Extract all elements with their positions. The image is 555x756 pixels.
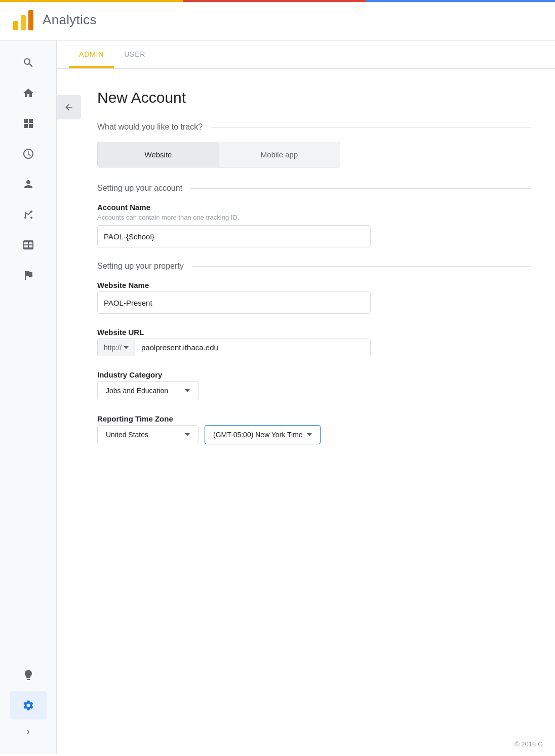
analytics-logo-icon [10,7,36,33]
account-name-input[interactable] [97,225,371,247]
svg-rect-1 [21,15,26,30]
url-input[interactable] [135,339,370,356]
app-layout: › ADMIN USER New Account What would you … [0,40,555,754]
home-icon [22,87,34,99]
track-toggle: Website Mobile app [97,142,340,167]
table-icon [22,239,34,251]
svg-point-3 [24,217,26,219]
sidebar-item-admin[interactable] [10,691,47,720]
back-button[interactable] [57,95,81,119]
website-url-group: Website URL http:// [97,328,531,356]
footer-copyright: © 2018 G [514,740,543,748]
sidebar-item-audience[interactable] [10,170,47,198]
sidebar-item-reports[interactable] [10,140,47,168]
url-protocol-text: http:// [104,344,122,352]
country-select[interactable]: United States [97,425,199,444]
main-area: ADMIN USER New Account What would you li… [57,40,555,754]
sidebar-item-acquisition[interactable] [10,200,47,229]
back-arrow-icon [64,102,74,112]
account-name-group: Account Name Accounts can contain more t… [97,203,531,247]
account-header-line [190,188,531,189]
svg-rect-2 [28,10,33,30]
account-section-header: Setting up your account [97,184,531,193]
person-icon [22,178,34,190]
clock-icon [22,148,34,160]
industry-category-arrow [185,389,190,392]
tabs-bar: ADMIN USER [57,40,555,69]
track-question: What would you like to track? [97,122,203,132]
sidebar-item-insights[interactable] [10,661,47,689]
sidebar-item-conversions[interactable] [10,261,47,289]
logo-container: Analytics [10,7,97,33]
track-option-website[interactable]: Website [98,142,219,167]
header: Analytics [0,0,555,40]
sidebar-item-search[interactable] [10,49,47,77]
website-url-label: Website URL [97,328,531,337]
sidebar: › [0,40,57,754]
website-name-group: Website Name [97,281,531,314]
industry-category-select[interactable]: Jobs and Education [97,381,199,400]
industry-category-label: Industry Category [97,370,531,379]
country-value: United States [106,431,148,439]
track-option-mobile[interactable]: Mobile app [219,142,340,167]
expand-sidebar-button[interactable]: › [18,722,38,742]
lightbulb-icon [22,669,34,681]
flag-icon [22,269,34,281]
timezone-select[interactable]: (GMT-05:00) New York Time [205,425,321,444]
sidebar-bottom: › [10,661,47,746]
search-icon [22,57,34,69]
timezone-row: United States (GMT-05:00) New York Time [97,425,531,444]
reporting-timezone-group: Reporting Time Zone United States (GMT-0… [97,414,531,444]
gear-icon [22,699,34,711]
page-title: New Account [97,89,531,106]
property-section-header: Setting up your property [97,262,531,271]
track-section-header: What would you like to track? [97,122,531,132]
track-header-line [211,127,531,128]
dashboards-icon [22,117,34,130]
website-name-input[interactable] [97,291,371,314]
sidebar-item-dashboards[interactable] [10,109,47,138]
account-name-label: Account Name [97,203,531,212]
timezone-value: (GMT-05:00) New York Time [213,431,303,439]
country-arrow [185,433,190,436]
svg-point-5 [30,217,32,219]
website-url-field: http:// [97,339,371,356]
sidebar-item-behavior[interactable] [10,231,47,259]
sidebar-item-home[interactable] [10,79,47,107]
app-title: Analytics [43,12,97,28]
url-protocol-arrow [124,346,129,349]
fork-icon [22,208,34,221]
industry-category-value: Jobs and Education [106,387,168,395]
account-section-title: Setting up your account [97,184,182,193]
back-button-container [57,95,81,119]
url-protocol-selector[interactable]: http:// [98,339,135,356]
tab-admin[interactable]: ADMIN [69,42,114,68]
account-name-hint: Accounts can contain more than one track… [97,214,531,221]
reporting-timezone-label: Reporting Time Zone [97,414,531,423]
website-name-label: Website Name [97,281,531,289]
property-section-title: Setting up your property [97,262,184,271]
tab-user[interactable]: USER [114,42,155,68]
svg-rect-0 [13,21,18,30]
content-area: New Account What would you like to track… [57,69,555,754]
timezone-arrow [307,433,312,436]
industry-category-group: Industry Category Jobs and Education [97,370,531,400]
property-header-line [192,266,531,267]
